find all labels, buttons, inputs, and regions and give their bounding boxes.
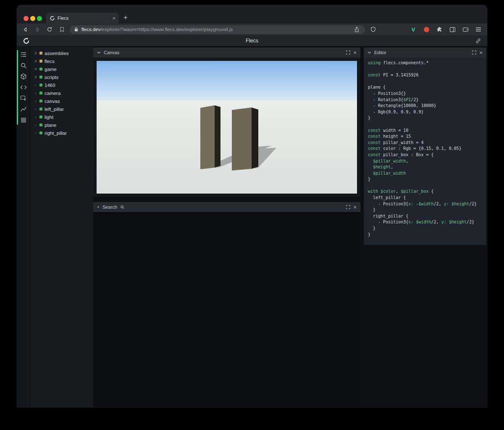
minimize-window-button[interactable] bbox=[30, 16, 35, 21]
canvas-panel-body bbox=[93, 58, 360, 197]
tree-item-1460[interactable]: -1460 bbox=[30, 81, 93, 89]
expander-icon: - bbox=[34, 115, 37, 119]
code-line: } bbox=[368, 207, 482, 213]
entity-color-icon bbox=[39, 123, 42, 126]
entity-label: canvas bbox=[45, 99, 60, 104]
search-panel-body[interactable] bbox=[93, 212, 360, 407]
tree-item-right_pillar[interactable]: -right_pillar bbox=[30, 129, 93, 137]
code-line: - Position3{} bbox=[368, 91, 482, 97]
panel-title-editor: Editor bbox=[374, 50, 386, 55]
menu-button[interactable] bbox=[474, 25, 483, 34]
hierarchy-icon[interactable] bbox=[20, 51, 27, 58]
code-line: $pillar_width, bbox=[368, 158, 482, 165]
search-icon[interactable] bbox=[20, 62, 27, 69]
close-panel-icon[interactable]: × bbox=[353, 50, 357, 55]
tree-item-camera[interactable]: -camera bbox=[30, 89, 93, 97]
code-line: } bbox=[368, 115, 482, 121]
code-line: const width = 10 bbox=[368, 128, 482, 134]
tree-item-light[interactable]: -light bbox=[30, 113, 93, 121]
entity-color-icon bbox=[39, 52, 42, 55]
new-tab-button[interactable]: + bbox=[123, 13, 128, 22]
code-line: - Rgb{0.9, 0.9, 0.9} bbox=[368, 109, 482, 115]
center-column: Canvas × bbox=[93, 47, 360, 407]
sidebar-toggle-button[interactable] bbox=[448, 25, 457, 34]
expand-panel-icon[interactable] bbox=[346, 50, 350, 55]
entity-color-icon bbox=[39, 108, 42, 110]
inspect-icon[interactable] bbox=[20, 95, 27, 102]
browser-window: Flecs × + flecs.dev/explorer/?wasm=https… bbox=[17, 5, 487, 407]
entity-label: assemblies bbox=[45, 51, 69, 56]
app-header: Flecs bbox=[17, 35, 487, 47]
search-magnifier-icon bbox=[120, 205, 124, 209]
permalink-icon[interactable] bbox=[475, 38, 481, 44]
code-line: } bbox=[368, 225, 482, 232]
bullet-icon[interactable] bbox=[97, 206, 100, 208]
entity-color-icon bbox=[39, 60, 42, 63]
expander-icon: > bbox=[34, 67, 37, 71]
page-title: Flecs bbox=[17, 38, 487, 44]
entity-tree: >assemblies>flecs>game>scripts-1460-came… bbox=[30, 47, 93, 407]
tree-item-scripts[interactable]: >scripts bbox=[30, 73, 93, 81]
share-button[interactable] bbox=[352, 25, 361, 34]
cube-icon[interactable] bbox=[20, 73, 27, 80]
canvas-panel-header: Canvas × bbox=[93, 47, 360, 58]
chart-icon[interactable] bbox=[20, 106, 27, 113]
entity-color-icon bbox=[39, 84, 42, 87]
code-line: with $color, $pillar_box { bbox=[368, 189, 482, 195]
extension-red-icon[interactable] bbox=[422, 25, 431, 34]
code-editor[interactable]: using flecs.components.* const PI = 3.14… bbox=[364, 58, 486, 245]
wallet-button[interactable] bbox=[461, 25, 470, 34]
close-panel-icon[interactable]: × bbox=[479, 50, 483, 55]
extension-v-icon[interactable]: V bbox=[409, 25, 418, 34]
back-button[interactable] bbox=[21, 25, 29, 34]
tree-item-game[interactable]: >game bbox=[30, 65, 93, 73]
extensions-puzzle-icon[interactable] bbox=[435, 25, 444, 34]
brave-shield-icon[interactable] bbox=[369, 25, 377, 34]
code-line bbox=[368, 183, 482, 189]
code-icon[interactable] bbox=[20, 84, 27, 91]
tab-strip: Flecs × + bbox=[17, 5, 487, 24]
tree-item-left_pillar[interactable]: -left_pillar bbox=[30, 105, 93, 113]
expander-icon: - bbox=[34, 107, 37, 111]
tree-item-canvas[interactable]: -canvas bbox=[30, 97, 93, 105]
editor-panel-header: Editor × bbox=[364, 47, 486, 58]
forward-button[interactable] bbox=[33, 25, 42, 34]
tab-favicon-flecs-logo-icon bbox=[50, 16, 55, 21]
stats-icon[interactable] bbox=[20, 117, 27, 123]
code-line: const color : Rgb = {0.15, 0.1, 0.05} bbox=[368, 146, 482, 152]
tree-item-assemblies[interactable]: >assemblies bbox=[30, 49, 93, 57]
chevron-down-icon[interactable] bbox=[97, 51, 101, 54]
code-line: const height = 15 bbox=[368, 134, 482, 140]
code-line: right_pillar { bbox=[368, 213, 482, 220]
expand-panel-icon[interactable] bbox=[472, 50, 476, 55]
close-window-button[interactable] bbox=[24, 16, 29, 21]
bookmark-icon[interactable] bbox=[58, 25, 66, 34]
entity-label: right_pillar bbox=[45, 131, 67, 136]
tab-close-icon[interactable]: × bbox=[112, 16, 116, 21]
entity-color-icon bbox=[39, 115, 42, 118]
rail-active-indicator bbox=[17, 50, 18, 125]
right-pillar bbox=[232, 108, 258, 170]
code-line: $height, bbox=[368, 164, 482, 170]
entity-label: 1460 bbox=[45, 83, 55, 88]
expand-panel-icon[interactable] bbox=[346, 205, 350, 209]
3d-viewport[interactable] bbox=[97, 61, 357, 194]
code-line bbox=[368, 121, 482, 128]
zoom-window-button[interactable] bbox=[37, 16, 42, 21]
expander-icon: - bbox=[34, 123, 37, 127]
tab-flecs[interactable]: Flecs × bbox=[46, 13, 119, 24]
close-panel-icon[interactable]: × bbox=[353, 205, 357, 210]
tab-title: Flecs bbox=[58, 16, 110, 21]
reload-button[interactable] bbox=[45, 25, 54, 34]
flecs-explorer-page: Flecs >assemblies>flecs>game>scripts-146… bbox=[17, 35, 487, 407]
code-line: } bbox=[368, 176, 482, 183]
code-line: const PI = 3.1415926 bbox=[368, 72, 482, 79]
flecs-logo-icon bbox=[23, 37, 30, 45]
address-bar[interactable]: flecs.dev/explorer/?wasm=https://www.fle… bbox=[70, 25, 365, 34]
code-line: using flecs.components.* bbox=[368, 60, 482, 66]
tree-item-plane[interactable]: -plane bbox=[30, 121, 93, 129]
chevron-down-icon[interactable] bbox=[368, 51, 371, 54]
code-line: const pillar_box : Box = { bbox=[368, 152, 482, 158]
code-line: - Rotation3{$PI/2} bbox=[368, 97, 482, 103]
tree-item-flecs[interactable]: >flecs bbox=[30, 57, 93, 65]
